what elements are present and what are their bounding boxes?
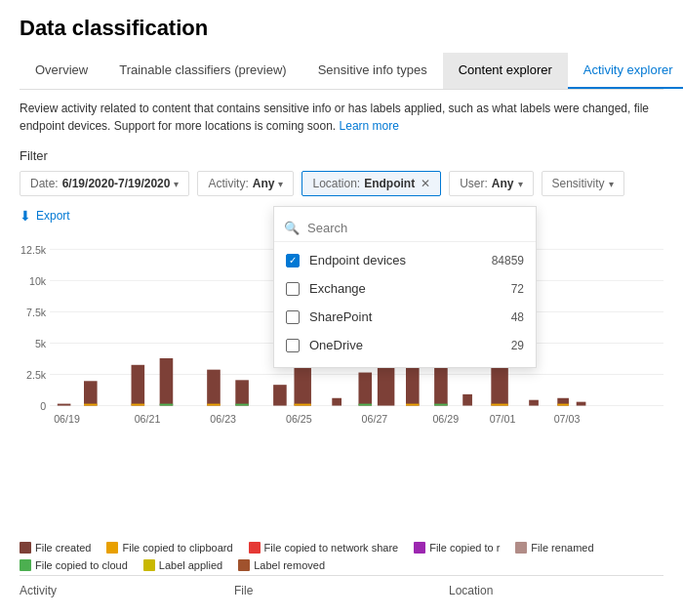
svg-text:07/03: 07/03 — [554, 413, 581, 425]
tab-bar: Overview Trainable classifiers (preview)… — [20, 53, 663, 90]
dropdown-item-onedrive[interactable]: OneDrive 29 — [274, 331, 536, 359]
svg-rect-28 — [358, 404, 372, 406]
svg-text:5k: 5k — [35, 338, 47, 349]
svg-rect-20 — [207, 404, 221, 406]
legend-item-label-applied: Label applied — [143, 559, 222, 571]
svg-rect-27 — [358, 373, 372, 406]
exchange-checkbox[interactable] — [286, 282, 300, 296]
footer-col-activity: Activity — [20, 584, 234, 597]
learn-more-link[interactable]: Learn more — [340, 119, 399, 133]
legend-label-label-applied: Label applied — [159, 559, 222, 571]
svg-text:06/19: 06/19 — [54, 413, 80, 425]
onedrive-label: OneDrive — [309, 338, 511, 352]
page-title: Data classification — [20, 16, 663, 41]
user-filter[interactable]: User: Any ▾ — [449, 171, 533, 196]
date-value: 6/19/2020-7/19/2020 — [62, 177, 171, 190]
legend-color-label-removed — [238, 559, 250, 571]
search-icon: 🔍 — [284, 221, 300, 235]
filter-bar: Date: 6/19/2020-7/19/2020 ▾ Activity: An… — [20, 171, 663, 196]
svg-rect-26 — [332, 398, 342, 406]
description: Review activity related to content that … — [20, 100, 663, 135]
tab-trainable[interactable]: Trainable classifiers (preview) — [103, 53, 301, 89]
tab-activity-explorer[interactable]: Activity explorer — [568, 53, 683, 89]
legend-item-label-removed: Label removed — [238, 559, 325, 571]
legend-label-file-copied-r: File copied to r — [429, 542, 500, 554]
svg-rect-13 — [84, 381, 98, 405]
activity-filter[interactable]: Activity: Any ▾ — [197, 171, 294, 196]
sharepoint-label: SharePoint — [309, 309, 511, 324]
date-label: Date: — [30, 177, 59, 190]
svg-text:06/29: 06/29 — [432, 413, 459, 425]
export-label: Export — [36, 209, 70, 223]
svg-rect-33 — [434, 404, 448, 406]
legend-color-file-copied-r — [414, 542, 425, 554]
svg-text:07/01: 07/01 — [490, 413, 516, 425]
activity-arrow-icon: ▾ — [278, 179, 283, 189]
tab-sensitive-info[interactable]: Sensitive info types — [302, 53, 443, 89]
sensitivity-filter[interactable]: Sensitivity ▾ — [542, 171, 624, 196]
svg-rect-36 — [491, 404, 507, 406]
svg-text:06/21: 06/21 — [135, 413, 161, 425]
location-label: Location: — [312, 177, 360, 190]
svg-rect-31 — [406, 404, 420, 406]
chart-legend: File created File copied to clipboard Fi… — [20, 542, 663, 571]
dropdown-item-endpoint[interactable]: Endpoint devices 84859 — [274, 246, 536, 274]
dropdown-item-sharepoint[interactable]: SharePoint 48 — [274, 303, 536, 331]
svg-text:12.5k: 12.5k — [20, 244, 47, 256]
search-input[interactable] — [307, 221, 526, 235]
footer-col-location: Location — [449, 584, 663, 597]
exchange-label: Exchange — [309, 281, 511, 296]
svg-rect-40 — [577, 402, 586, 406]
location-close-icon[interactable]: ✕ — [421, 177, 430, 190]
onedrive-checkbox[interactable] — [286, 339, 300, 352]
legend-color-label-applied — [143, 559, 155, 571]
svg-text:06/25: 06/25 — [286, 413, 312, 425]
legend-label-file-renamed: File renamed — [531, 542, 593, 554]
svg-text:10k: 10k — [29, 275, 47, 287]
svg-text:0: 0 — [40, 400, 46, 412]
description-text2: endpoint devices. Support for more locat… — [20, 119, 336, 133]
legend-color-file-renamed — [515, 542, 527, 554]
sensitivity-arrow-icon: ▾ — [609, 179, 614, 189]
legend-color-file-copied-cloud — [20, 559, 31, 571]
dropdown-item-exchange[interactable]: Exchange 72 — [274, 274, 536, 303]
legend-item-file-created: File created — [20, 542, 91, 554]
svg-rect-12 — [58, 404, 71, 406]
exchange-count: 72 — [511, 282, 524, 296]
endpoint-checkbox[interactable] — [286, 254, 300, 267]
dropdown-search-box: 🔍 — [274, 215, 536, 242]
sensitivity-label: Sensitivity — [552, 177, 605, 190]
location-filter[interactable]: Location: Endpoint ✕ — [301, 171, 441, 196]
svg-rect-21 — [235, 380, 249, 405]
legend-item-file-copied-clipboard: File copied to clipboard — [106, 542, 232, 554]
legend-label-file-copied-clipboard: File copied to clipboard — [122, 542, 232, 554]
export-icon: ⬇ — [20, 208, 31, 224]
tab-content-explorer[interactable]: Content explorer — [443, 53, 568, 89]
svg-text:06/23: 06/23 — [210, 413, 236, 425]
svg-rect-39 — [557, 404, 569, 406]
legend-label-file-created: File created — [35, 542, 91, 554]
legend-label-file-copied-cloud: File copied to cloud — [35, 559, 128, 571]
legend-label-label-removed: Label removed — [254, 559, 325, 571]
svg-rect-16 — [132, 404, 145, 406]
footer-col-file: File — [234, 584, 449, 597]
location-dropdown: 🔍 Endpoint devices 84859 Exchange 72 Sha… — [273, 206, 537, 368]
svg-rect-15 — [132, 365, 145, 406]
endpoint-label: Endpoint devices — [309, 253, 492, 267]
svg-rect-37 — [529, 400, 539, 406]
svg-text:2.5k: 2.5k — [26, 369, 47, 381]
svg-rect-14 — [84, 404, 98, 406]
legend-label-file-copied-network: File copied to network share — [264, 542, 399, 554]
endpoint-count: 84859 — [492, 254, 524, 267]
sharepoint-checkbox[interactable] — [286, 310, 300, 324]
legend-item-file-renamed: File renamed — [515, 542, 593, 554]
svg-text:06/27: 06/27 — [362, 413, 388, 425]
date-filter[interactable]: Date: 6/19/2020-7/19/2020 ▾ — [20, 171, 189, 196]
tab-overview[interactable]: Overview — [20, 53, 103, 89]
activity-label: Activity: — [208, 177, 248, 190]
svg-rect-25 — [294, 404, 310, 406]
legend-color-file-created — [20, 542, 31, 554]
user-value: Any — [492, 177, 514, 190]
location-value: Endpoint — [364, 177, 415, 190]
svg-text:7.5k: 7.5k — [26, 307, 47, 318]
